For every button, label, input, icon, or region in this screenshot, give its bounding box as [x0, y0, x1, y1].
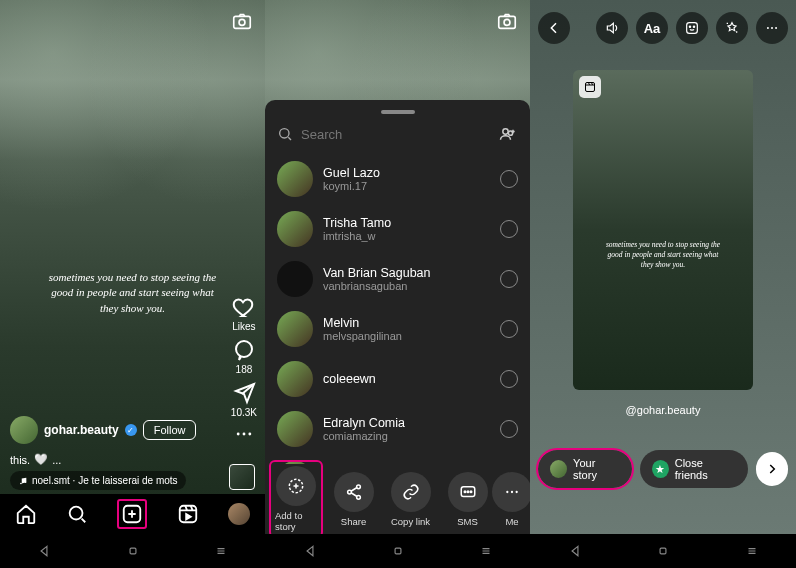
android-recents-icon[interactable]	[479, 544, 493, 558]
likes-label: Likes	[232, 321, 255, 332]
contact-row[interactable]: Melvinmelvspangilinan	[277, 304, 518, 354]
android-back-icon[interactable]	[568, 544, 582, 558]
nav-create-icon[interactable]	[117, 499, 147, 529]
editor-toolbar: Aa	[530, 12, 796, 44]
contact-avatar	[277, 311, 313, 347]
svg-point-30	[767, 27, 769, 29]
comment-button[interactable]: 188	[232, 338, 256, 375]
android-back-icon[interactable]	[303, 544, 317, 558]
action-rail: Likes 188 10.3K	[231, 295, 257, 444]
close-friends-button[interactable]: ★ Close friends	[640, 450, 748, 488]
select-radio[interactable]	[500, 270, 518, 288]
author-avatar[interactable]	[10, 416, 38, 444]
close-friends-star-icon: ★	[652, 460, 669, 478]
story-avatar-icon	[550, 460, 567, 478]
sticker-button[interactable]	[676, 12, 708, 44]
svg-rect-33	[586, 83, 595, 92]
contact-avatar	[277, 161, 313, 197]
svg-rect-10	[180, 506, 197, 523]
verified-badge-icon: ✓	[125, 424, 137, 436]
music-pill[interactable]: noel.smt · Je te laisserai de mots	[10, 471, 186, 490]
select-radio[interactable]	[500, 420, 518, 438]
svg-point-12	[504, 19, 510, 25]
credit-label: @gohar.beauty	[626, 404, 701, 416]
nav-home-icon[interactable]	[15, 503, 37, 525]
author-username[interactable]: gohar.beauty	[44, 423, 119, 437]
more-options-button[interactable]	[756, 12, 788, 44]
svg-point-4	[243, 433, 246, 436]
svg-rect-27	[687, 23, 698, 34]
svg-point-1	[239, 19, 245, 25]
contact-avatar	[277, 211, 313, 247]
svg-rect-35	[395, 548, 401, 554]
nav-search-icon[interactable]	[66, 503, 88, 525]
audio-button[interactable]	[596, 12, 628, 44]
camera-icon[interactable]	[231, 10, 253, 32]
reel-caption[interactable]: this. 🤍 ...	[10, 453, 61, 466]
android-home-icon[interactable]	[656, 544, 670, 558]
share-button[interactable]: 10.3K	[231, 381, 257, 418]
svg-point-3	[237, 433, 240, 436]
your-story-button[interactable]: Your story	[538, 450, 632, 488]
select-radio[interactable]	[500, 170, 518, 188]
effects-button[interactable]	[716, 12, 748, 44]
android-recents-icon[interactable]	[745, 544, 759, 558]
next-arrow-button[interactable]	[756, 452, 788, 486]
more-share-button[interactable]: Me	[500, 472, 524, 527]
share-sheet: Guel Lazokoymi.17 Trisha Tamoimtrisha_w …	[265, 100, 530, 534]
select-radio[interactable]	[500, 320, 518, 338]
svg-point-14	[503, 129, 508, 134]
svg-point-21	[464, 490, 466, 492]
svg-point-28	[689, 26, 690, 27]
android-back-icon[interactable]	[37, 544, 51, 558]
back-button[interactable]	[538, 12, 570, 44]
share-pane: Guel Lazokoymi.17 Trisha Tamoimtrisha_w …	[265, 0, 530, 534]
svg-rect-11	[499, 16, 516, 28]
contact-avatar	[277, 361, 313, 397]
contact-row[interactable]: coleeewn	[277, 354, 518, 404]
preview-quote: sometimes you need to stop seeing the go…	[603, 240, 723, 270]
text-button[interactable]: Aa	[636, 12, 668, 44]
svg-point-13	[280, 129, 289, 138]
contact-row[interactable]: Van Brian Sagubanvanbriansaguban	[277, 254, 518, 304]
author-row: gohar.beauty ✓ Follow	[10, 416, 196, 444]
editor-pane: Aa sometimes you need to stop seeing the…	[530, 0, 796, 534]
contact-row[interactable]: Edralyn Comiacomiamazing	[277, 404, 518, 454]
nav-profile-avatar[interactable]	[228, 503, 250, 525]
select-radio[interactable]	[500, 370, 518, 388]
sheet-grabber[interactable]	[381, 110, 415, 114]
contact-avatar	[277, 411, 313, 447]
search-icon	[277, 126, 293, 142]
reel-pane: sometimes you need to stop seeing the go…	[0, 0, 265, 534]
share-action-button[interactable]: Share	[329, 472, 378, 527]
svg-point-29	[693, 26, 694, 27]
story-preview[interactable]: sometimes you need to stop seeing the go…	[573, 70, 753, 390]
audio-thumbnail[interactable]	[229, 464, 255, 490]
svg-point-5	[248, 433, 251, 436]
more-button[interactable]	[234, 424, 254, 444]
android-home-icon[interactable]	[126, 544, 140, 558]
copy-link-button[interactable]: Copy link	[386, 472, 435, 527]
shares-count: 10.3K	[231, 407, 257, 418]
follow-button[interactable]: Follow	[143, 420, 197, 440]
contact-row[interactable]: Guel Lazokoymi.17	[277, 154, 518, 204]
svg-point-7	[25, 481, 27, 483]
like-button[interactable]: Likes	[232, 295, 256, 332]
sms-button[interactable]: SMS	[443, 472, 492, 527]
svg-point-31	[771, 27, 773, 29]
android-recents-icon[interactable]	[214, 544, 228, 558]
svg-point-6	[20, 482, 22, 484]
reel-quote: sometimes you need to stop seeing the go…	[43, 270, 223, 316]
android-home-icon[interactable]	[391, 544, 405, 558]
android-navbar	[0, 534, 796, 568]
search-input[interactable]	[301, 127, 490, 142]
contact-row[interactable]: Trisha Tamoimtrisha_w	[277, 204, 518, 254]
contact-avatar	[277, 261, 313, 297]
svg-point-23	[470, 490, 472, 492]
select-radio[interactable]	[500, 220, 518, 238]
comments-count: 188	[236, 364, 253, 375]
camera-icon[interactable]	[496, 10, 518, 32]
nav-reels-icon[interactable]	[177, 503, 199, 525]
add-group-icon[interactable]	[498, 124, 518, 144]
add-to-story-button[interactable]: Add to story	[271, 462, 321, 534]
